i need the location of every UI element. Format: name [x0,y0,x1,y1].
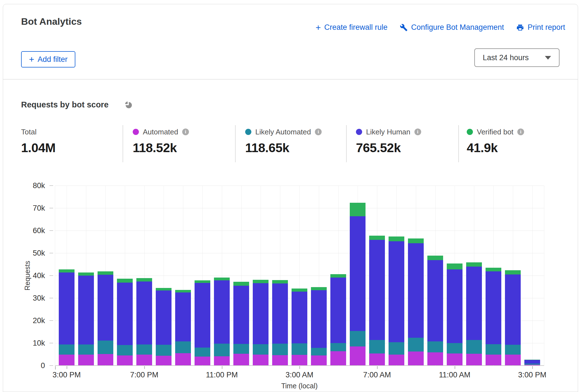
y-axis-tick [49,185,53,186]
bar-3-00-pm[interactable] [59,269,75,365]
bar-segment-likely-human [330,278,346,343]
bar-segment-likely-automated [117,345,133,355]
bar-segment-automated [156,356,172,365]
bar-segment-likely-automated [505,345,521,355]
bar-segment-likely-human [447,269,463,343]
bar-6-00-pm[interactable] [117,279,133,365]
bar-segment-likely-human [427,260,443,341]
bot-analytics-page: Bot Analytics + Create firewall rule Con… [0,0,582,392]
bar-segment-verified-bot [311,287,327,290]
bar-1-00-pm[interactable] [486,268,501,365]
y-axis-label: 50k [14,249,45,257]
bar-8-00-am[interactable] [389,236,404,365]
bar-segment-likely-automated [466,340,482,354]
bar-segment-likely-automated [311,348,327,355]
bar-segment-likely-automated [350,331,366,346]
y-axis-label: 60k [14,226,45,235]
bar-segment-automated [214,356,230,365]
bar-segment-likely-human [505,274,521,345]
bar-6-00-am[interactable] [350,203,366,365]
bar-3-00-am[interactable] [292,289,307,365]
bar-segment-likely-human [156,290,172,345]
bar-segment-likely-automated [59,344,75,355]
bar-4-00-am[interactable] [311,287,327,365]
bar-9-00-pm[interactable] [175,290,191,365]
x-axis-tick [455,366,455,369]
bar-segment-likely-automated [389,342,404,354]
x-axis-label: 11:00 PM [194,371,250,379]
bar-segment-likely-automated [408,338,424,352]
bar-7-00-pm[interactable] [136,278,152,365]
x-axis-tick [299,366,300,369]
bar-11-00-pm[interactable] [214,278,230,365]
y-axis-tick [49,298,53,298]
bar-segment-verified-bot [78,272,94,276]
bar-segment-automated [447,353,463,365]
bar-5-00-am[interactable] [330,274,346,365]
bar-segment-likely-automated [98,341,113,354]
y-axis-tick [49,343,53,343]
bar-11-00-am[interactable] [447,263,463,365]
bar-12-00-am[interactable] [233,282,249,365]
bar-4-00-pm[interactable] [78,272,94,365]
bar-segment-verified-bot [486,268,501,271]
bar-8-00-pm[interactable] [156,288,172,365]
bar-segment-verified-bot [175,290,191,292]
bar-5-00-pm[interactable] [98,271,113,365]
bar-segment-likely-human [408,243,424,338]
y-axis-tick [49,365,53,366]
bar-segment-verified-bot [427,256,443,260]
bar-segment-automated [486,355,501,365]
bar-segment-automated [505,355,521,365]
x-axis-tick [144,366,145,369]
bar-segment-automated [427,352,443,365]
bar-segment-automated [78,355,94,365]
bar-segment-likely-human [272,283,288,344]
bar-segment-verified-bot [214,278,230,280]
bar-segment-verified-bot [447,263,463,270]
y-axis-tick [49,208,53,208]
x-axis-title: Time (local) [281,382,318,390]
bar-segment-verified-bot [98,271,113,275]
bar-segment-verified-bot [466,262,482,266]
bar-segment-verified-bot [117,279,133,283]
bar-12-00-pm[interactable] [466,262,482,365]
x-axis-label: 3:00 AM [271,371,328,379]
bar-segment-verified-bot [505,270,521,274]
bar-segment-verified-bot [195,280,210,283]
bar-segment-automated [466,354,482,365]
bar-segment-likely-human [98,275,113,341]
bar-segment-automated [330,351,346,365]
y-axis-tick [49,320,53,321]
bar-7-00-am[interactable] [369,236,385,365]
bar-segment-likely-human [524,360,540,364]
bar-10-00-pm[interactable] [195,280,210,365]
bar-segment-verified-bot [136,278,152,282]
bar-segment-automated [136,355,152,365]
x-axis-label: 3:00 PM [39,371,95,379]
bar-segment-verified-bot [408,238,424,243]
bar-2-00-am[interactable] [272,280,288,365]
bar-segment-likely-human [389,241,404,342]
requests-by-bot-score-chart: 010k20k30k40k50k60k70k80k3:00 PM7:00 PM1… [0,0,582,392]
bar-segment-likely-automated [330,343,346,352]
bar-segment-automated [369,353,385,365]
bar-segment-likely-automated [78,344,94,354]
bar-segment-likely-automated [369,340,385,353]
bar-segment-verified-bot [292,289,307,292]
bar-9-00-am[interactable] [408,238,424,365]
bar-2-00-pm[interactable] [505,270,521,365]
x-gridline [55,186,55,366]
y-axis-label: 70k [14,204,45,212]
bar-10-00-am[interactable] [427,256,443,365]
x-gridline [532,186,533,366]
bar-segment-automated [98,354,113,365]
x-axis-label: 3:00 PM [504,371,560,379]
bar-segment-verified-bot [330,274,346,278]
x-axis-label: 11:00 AM [427,371,483,379]
bar-1-00-am[interactable] [253,280,269,365]
bar-segment-automated [524,365,540,365]
bar-segment-likely-human [59,272,75,345]
bar-segment-automated [195,357,210,365]
bar-3-00-pm[interactable] [524,360,540,365]
